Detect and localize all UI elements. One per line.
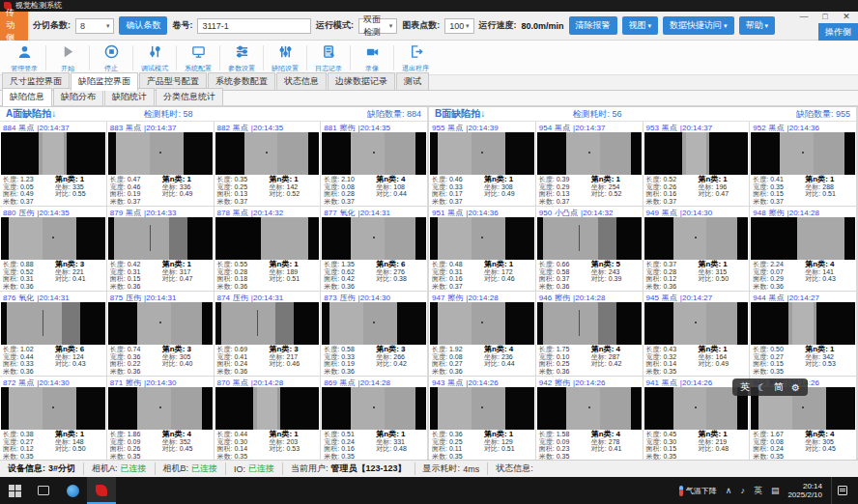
lang-english-button[interactable]: 英 <box>740 380 750 394</box>
defect-image[interactable] <box>1 132 105 175</box>
defect-cell[interactable]: 945 黑点 |20:14:27 长度:0.43 宽度:0.32 面积:0.14… <box>644 292 750 376</box>
defect-cell[interactable]: 874 压伤 |20:14:31 长度:0.69 宽度:0.41 面积:0.24… <box>214 292 321 376</box>
ribbon-button-exit[interactable]: 退出程序 <box>395 42 436 73</box>
defect-image[interactable] <box>108 302 213 345</box>
defect-image[interactable] <box>751 302 855 345</box>
defect-image[interactable] <box>644 302 749 345</box>
defect-cell[interactable]: 946 擦伤 |20:14:28 长度:1.75 宽度:0.10 面积:0.25… <box>536 292 643 376</box>
defect-cell[interactable]: 882 黑点 |20:14:35 长度:0.35 宽度:0.25 面积:0.13… <box>214 122 321 206</box>
lang-simplified-button[interactable]: 简 <box>774 380 784 394</box>
defect-image[interactable] <box>537 302 642 345</box>
tab-4[interactable]: 状态信息 <box>276 72 327 90</box>
defect-image[interactable] <box>108 132 213 175</box>
help-menu-button[interactable]: 帮助 <box>739 16 775 35</box>
volume-icon[interactable]: ♪ <box>740 486 745 495</box>
defect-cell[interactable]: 873 压伤 |20:14:30 长度:0.58 宽度:0.33 面积:0.19… <box>321 292 427 376</box>
defect-cell[interactable]: 872 黑点 |20:14:30 长度:0.38 宽度:0.27 面积:0.12… <box>0 377 106 461</box>
ribbon-button-monitor[interactable]: 系统配置 <box>178 42 218 73</box>
defect-cell[interactable]: 949 黑点 |20:14:30 长度:0.37 宽度:0.28 面积:0.12… <box>644 207 750 291</box>
confirm-count-button[interactable]: 确认条数 <box>119 16 167 35</box>
dark-mode-moon-icon[interactable]: ☾ <box>758 382 766 393</box>
defect-cell[interactable]: 880 压伤 |20:14:35 长度:0.88 宽度:0.52 面积:0.31… <box>0 207 106 291</box>
defect-image[interactable] <box>430 302 534 345</box>
roll-number-input[interactable]: 3117-1 <box>197 18 311 34</box>
taskbar-clock[interactable]: 20:142025/2/10 <box>787 482 822 499</box>
defect-cell[interactable]: 944 黑点 |20:14:27 长度:0.50 宽度:0.27 面积:0.15… <box>750 292 856 376</box>
defect-cell[interactable]: 879 黑点 |20:14:33 长度:0.42 宽度:0.31 面积:0.15… <box>107 207 214 291</box>
defect-image[interactable] <box>108 217 213 260</box>
tab-6[interactable]: 测试 <box>396 72 429 90</box>
defect-cell[interactable]: 948 擦伤 |20:14:28 长度:2.24 宽度:0.07 面积:0.29… <box>750 207 856 291</box>
minimize-button[interactable]: — <box>798 12 810 21</box>
defect-cell[interactable]: 953 黑点 |20:14:37 长度:0.52 宽度:0.26 面积:0.16… <box>644 122 750 206</box>
defect-cell[interactable]: 875 压伤 |20:14:31 长度:0.74 宽度:0.36 面积:0.22… <box>107 292 214 376</box>
defect-cell[interactable]: 877 氧化 |20:14:31 长度:1.35 宽度:0.62 面积:0.42… <box>321 207 427 291</box>
defect-image[interactable] <box>322 387 426 430</box>
defect-image[interactable] <box>322 217 426 260</box>
defect-image[interactable] <box>215 132 320 175</box>
defect-cell[interactable]: 871 擦伤 |20:14:30 长度:1.86 宽度:0.09 面积:0.26… <box>107 377 214 461</box>
defect-image[interactable] <box>537 217 642 260</box>
defect-cell[interactable]: 943 黑点 |20:14:26 长度:0.36 宽度:0.25 面积:0.11… <box>429 377 535 461</box>
view-menu-button[interactable]: 视图 <box>622 16 658 35</box>
ribbon-button-camera[interactable]: 录像 <box>352 42 392 73</box>
ribbon-button-user[interactable]: 管理登录 <box>4 42 44 73</box>
ribbon-button-params[interactable]: 参数设置 <box>221 42 262 73</box>
data-quick-access-menu-button[interactable]: 数据快捷访问 <box>663 16 733 35</box>
defect-cell[interactable]: 942 擦伤 |20:14:26 长度:1.58 宽度:0.09 面积:0.23… <box>536 377 643 461</box>
defect-cell[interactable]: 883 黑点 |20:14:37 长度:0.47 宽度:0.46 面积:0.19… <box>107 122 214 206</box>
operator-side-button[interactable]: 操作侧 <box>818 23 858 41</box>
defect-image[interactable] <box>108 387 213 430</box>
hidden-icons-chevron[interactable]: ∧ <box>726 486 732 495</box>
ribbon-button-defect[interactable]: 缺陷设置 <box>265 42 305 73</box>
ribbon-button-stop[interactable]: 停止 <box>91 42 131 73</box>
defect-cell[interactable]: 952 黑点 |20:14:36 长度:0.41 宽度:0.35 面积:0.15… <box>750 122 856 206</box>
subtab-0[interactable]: 缺陷信息 <box>2 88 52 106</box>
defect-image[interactable] <box>751 132 855 175</box>
defect-image[interactable] <box>644 217 749 260</box>
notification-center-button[interactable] <box>831 477 852 504</box>
defect-image[interactable] <box>1 387 105 430</box>
defect-image[interactable] <box>215 387 320 430</box>
defect-cell[interactable]: 951 黑点 |20:14:36 长度:0.48 宽度:0.31 面积:0.16… <box>429 207 535 291</box>
chart-points-select[interactable]: 100 <box>444 18 473 34</box>
defect-cell[interactable]: 870 黑点 |20:14:28 长度:0.44 宽度:0.30 面积:0.14… <box>214 377 321 461</box>
defect-cell[interactable]: 947 擦伤 |20:14:28 长度:1.92 宽度:0.08 面积:0.27… <box>429 292 535 376</box>
defect-image[interactable] <box>430 217 534 260</box>
defect-image[interactable] <box>215 217 320 260</box>
defect-image[interactable] <box>537 132 642 175</box>
defect-cell[interactable]: 881 擦伤 |20:14:35 长度:2.10 宽度:0.08 面积:0.28… <box>321 122 427 206</box>
defect-image[interactable] <box>322 302 426 345</box>
defect-image[interactable] <box>430 387 534 430</box>
split-count-select[interactable]: 8 <box>75 18 114 34</box>
drive-side-button[interactable]: 传动侧 <box>0 12 28 41</box>
close-button[interactable]: ✕ <box>841 12 852 21</box>
defect-image[interactable] <box>322 132 426 175</box>
defect-cell[interactable]: 878 黑点 |20:14:32 长度:0.55 宽度:0.28 面积:0.18… <box>214 207 321 291</box>
run-mode-select[interactable]: 双面检测 <box>358 18 397 34</box>
weather-widget[interactable]: 气温下降 <box>679 486 717 496</box>
ribbon-button-play[interactable]: 开始 <box>47 42 88 73</box>
defect-image[interactable] <box>644 132 749 175</box>
subtab-3[interactable]: 分类信息统计 <box>156 88 223 105</box>
clear-alarm-button[interactable]: 清除报警 <box>569 16 617 35</box>
touch-keyboard-icon[interactable]: ▤ <box>771 486 780 495</box>
defect-image[interactable] <box>1 217 105 260</box>
task-view-button[interactable] <box>29 477 58 504</box>
defect-image[interactable] <box>537 387 642 430</box>
defect-cell[interactable]: 954 黑点 |20:14:37 长度:0.39 宽度:0.29 面积:0.13… <box>536 122 643 206</box>
defect-image[interactable] <box>751 217 855 260</box>
inspection-app-taskbar-button[interactable] <box>87 477 116 504</box>
defect-cell[interactable]: 869 黑点 |20:14:28 长度:0.51 宽度:0.24 面积:0.16… <box>321 377 427 461</box>
start-button[interactable] <box>0 477 29 504</box>
defect-cell[interactable]: 876 氧化 |20:14:31 长度:1.02 宽度:0.44 面积:0.33… <box>0 292 106 376</box>
defect-cell[interactable]: 950 小凸点 |20:14:32 长度:0.66 宽度:0.58 面积:0.3… <box>536 207 643 291</box>
browser-taskbar-button[interactable] <box>58 477 87 504</box>
tab-5[interactable]: 边缘数据记录 <box>328 72 395 90</box>
settings-gear-icon[interactable]: ⚙ <box>791 382 800 393</box>
tab-1[interactable]: 缺陷监控界面 <box>71 72 138 91</box>
defect-cell[interactable]: 955 黑点 |20:14:39 长度:0.46 宽度:0.33 面积:0.17… <box>429 122 535 206</box>
defect-image[interactable] <box>215 302 320 345</box>
defect-cell[interactable]: 884 黑点 |20:14:37 长度:1.23 宽度:0.05 面积:0.49… <box>0 122 106 206</box>
ribbon-button-debug[interactable]: 调试模式 <box>134 42 175 73</box>
